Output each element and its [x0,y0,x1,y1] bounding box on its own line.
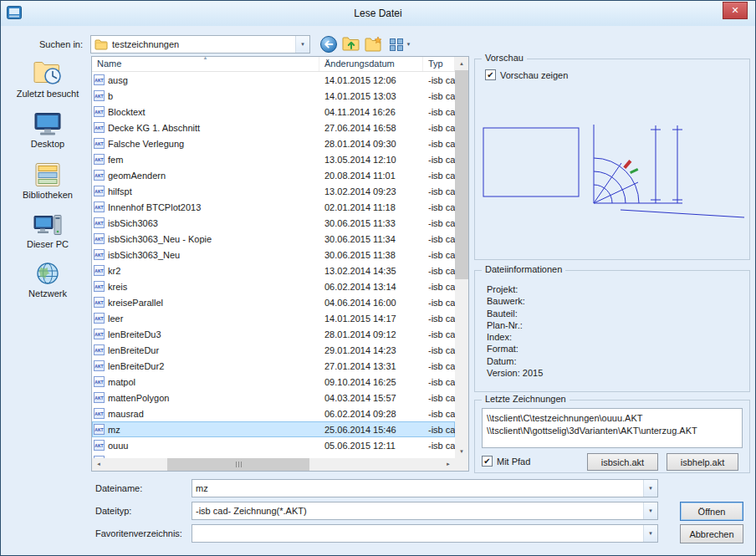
filename-combobox[interactable]: mz ▼ [192,479,658,497]
file-row[interactable]: AKTlenBreiteDur227.01.2014 13:31-isb cad [92,358,455,374]
file-row[interactable]: AKTInnenhof BTCPlot201302.01.2014 11:18-… [92,199,455,215]
up-one-level-button[interactable] [341,35,361,54]
file-row[interactable]: AKTisbSich3063_Neu - Kopie30.06.2015 11:… [92,231,455,247]
recent-drawing-path[interactable]: \\tsclient\N\gottselig\3dVarianten\AKT\u… [487,425,738,437]
file-name: isbSich3063_Neu - Kopie [108,234,212,244]
info-field-projekt: Projekt: [487,283,749,295]
file-row[interactable]: AKTmatpol09.10.2014 16:25-isb cad [92,374,455,390]
vertical-scrollbar[interactable]: ▲ ▼ [455,57,468,458]
sidebar-item-recent[interactable]: Zuletzt besucht [17,59,79,99]
file-row[interactable]: AKTmausrad06.02.2014 09:28-isb cad [92,406,455,421]
file-row[interactable]: AKTisbSich306330.06.2015 11:33-isb cad [92,215,455,231]
preview-drawing [480,123,746,223]
file-row[interactable]: AKTleer14.01.2015 14:17-isb cad [92,310,455,326]
file-row[interactable]: AKTkreis06.02.2014 13:14-isb cad [92,278,455,294]
recent-drawing-path[interactable]: \\tsclient\C\testzeichnungen\ouuu.AKT [487,412,738,425]
look-in-value: testzeichnungen [112,39,179,49]
akt-file-icon: AKT [94,392,105,403]
file-row[interactable]: AKTkr213.02.2014 14:35-isb cad [92,263,455,278]
desktop-icon [33,111,63,137]
places-bar: Zuletzt besucht Desktop Bibliotheken [8,59,88,311]
akt-file-icon: AKT [94,90,105,101]
file-date: 30.06.2015 11:34 [319,234,423,244]
column-header-date[interactable]: Änderungsdatum [319,57,423,71]
column-header-type[interactable]: Typ [423,57,455,71]
close-button[interactable]: ✕ [723,2,748,19]
file-date: 14.01.2015 14:17 [319,314,423,324]
isbhelp-button[interactable]: isbhelp.akt [667,453,738,471]
horizontal-scrollbar[interactable]: ◄ ► [92,458,455,471]
akt-file-icon: AKT [94,249,105,260]
last-folder-visited-button[interactable] [319,35,339,54]
file-date: 27.01.2014 13:31 [319,361,423,371]
file-row[interactable]: AKTausg14.01.2015 12:06-isb cad [92,72,455,88]
horizontal-scroll-thumb[interactable] [167,458,309,471]
column-header-name[interactable]: Name ▲ [92,57,319,71]
file-row[interactable]: AKTgeomAendern20.08.2014 11:01-isb cad [92,167,455,183]
scroll-left-icon[interactable]: ◄ [92,458,105,471]
file-row[interactable]: AKTlenBreiteDu328.01.2014 09:12-isb cad [92,326,455,342]
new-folder-button[interactable] [364,35,384,54]
open-button[interactable]: Öffnen [680,502,743,521]
file-type: -isb cad [423,393,455,403]
sidebar-item-libraries[interactable]: Bibliotheken [23,161,73,200]
file-row[interactable]: AKTBlocktext04.11.2014 16:26-isb cad [92,104,455,120]
vertical-scroll-thumb[interactable] [455,70,468,279]
file-row[interactable]: AKTfem13.05.2014 12:10-isb cad [92,151,455,167]
file-row[interactable]: AKThilfspt13.02.2014 09:23-isb cad [92,183,455,199]
file-name: fem [108,155,123,165]
file-type: -isb cad [423,91,455,101]
sidebar-item-desktop[interactable]: Desktop [31,111,64,149]
sidebar-item-this-pc[interactable]: Dieser PC [27,212,69,249]
file-date: 29.01.2014 14:23 [319,345,423,355]
lese-datei-dialog: Lese Datei ✕ Suchen in: testzeichnungen … [0,0,756,556]
file-row[interactable]: AKTouuu05.06.2015 12:11-isb cad [92,437,455,453]
show-preview-checkbox[interactable]: ✔ Vorschau zeigen [485,69,568,80]
sidebar-item-network[interactable]: Netzwerk [28,262,67,298]
dropdown-arrow-icon[interactable]: ▼ [643,525,657,542]
favorites-combobox[interactable]: ▼ [192,524,658,543]
isbsich-button[interactable]: isbsich.akt [587,453,658,471]
file-row[interactable]: AKTmz25.06.2014 15:46-isb cad [92,421,455,437]
file-row[interactable]: AKTDecke KG 1. Abschnitt27.06.2014 16:58… [92,120,455,135]
akt-file-icon: AKT [94,408,105,419]
file-row[interactable]: AKTmattenPolygon04.03.2014 15:57-isb cad [92,390,455,406]
scroll-down-icon[interactable]: ▼ [455,445,468,458]
folder-icon [94,39,108,50]
recent-drawings-group: Letzte Zeichnungen \\tsclient\C\testzeic… [474,400,750,473]
cancel-button[interactable]: Abbrechen [680,524,743,543]
scroll-up-icon[interactable]: ▲ [455,57,468,70]
preview-group: Vorschau ✔ Vorschau zeigen [474,59,750,260]
dropdown-arrow-icon[interactable]: ▼ [643,502,657,519]
sidebar-item-label: Bibliotheken [23,190,73,200]
akt-file-icon: AKT [94,344,105,355]
column-header-date-label: Änderungsdatum [324,59,395,69]
file-type: -isb cad [423,425,455,435]
dropdown-arrow-icon[interactable]: ▼ [295,36,309,53]
file-name: mattenPolygon [108,393,169,403]
file-row[interactable]: AKTisbSich3063_Neu30.06.2015 11:38-isb c… [92,247,455,263]
file-row[interactable]: AKTFalsche Verlegung28.01.2014 09:30-isb… [92,135,455,151]
view-menu-button[interactable]: ▼ [386,35,413,54]
file-row[interactable]: AKTb14.01.2015 13:03-isb cad [92,88,455,104]
info-field-index: Index: [487,331,749,343]
file-date: 13.02.2014 09:23 [319,186,423,196]
look-in-combobox[interactable]: testzeichnungen ▼ [90,35,310,54]
show-preview-label: Vorschau zeigen [500,70,568,80]
checkbox-checked-icon: ✔ [485,69,496,80]
file-list-rows: AKTausg14.01.2015 12:06-isb cadAKTb14.01… [92,72,455,458]
column-header-type-label: Typ [428,59,443,69]
info-field-format: Format: [487,343,749,355]
with-path-checkbox[interactable]: ✔ Mit Pfad [482,456,530,467]
file-name: ouuu [108,441,128,451]
file-row[interactable]: AKTlenBreiteDur29.01.2014 14:23-isb cad [92,342,455,358]
file-name: geomAendern [108,171,166,181]
akt-file-icon: AKT [94,186,105,196]
filetype-label: Dateityp: [95,506,131,516]
dropdown-arrow-icon[interactable]: ▼ [643,480,657,497]
filename-label: Dateiname: [95,483,142,493]
file-row[interactable]: AKTkreiseParallel04.06.2014 16:00-isb ca… [92,294,455,310]
scroll-right-icon[interactable]: ► [442,458,455,471]
file-type: -isb cad [423,139,455,149]
filetype-combobox[interactable]: -isb cad- Zeichnung(*.AKT) ▼ [192,502,658,520]
